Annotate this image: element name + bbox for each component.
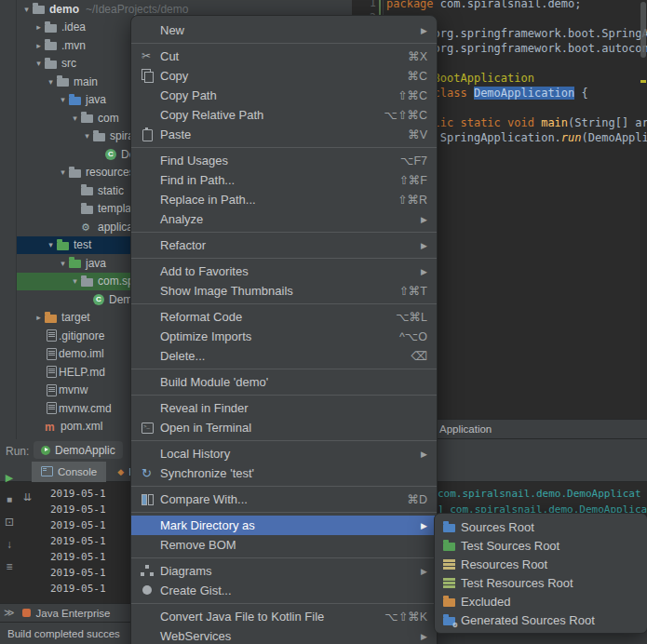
- tab-console[interactable]: Console: [32, 462, 106, 482]
- more-tool-windows-icon[interactable]: ≫: [4, 607, 15, 619]
- code-segment: package: [386, 0, 440, 10]
- chevron-icon[interactable]: ▸: [33, 313, 45, 322]
- sync-icon: [140, 463, 156, 483]
- menu-item-build-module-demo[interactable]: Build Module 'demo': [131, 372, 437, 392]
- menu-item-mark-directory-as[interactable]: Mark Directory as▶: [131, 516, 437, 535]
- spring-boot-run-icon: [41, 446, 50, 455]
- chevron-icon[interactable]: ▾: [57, 259, 69, 268]
- menu-item-shortcut: ⌥⇧⌘K: [362, 610, 427, 624]
- file-icon: [47, 348, 57, 360]
- menu-item-delete[interactable]: Delete...⌫: [131, 346, 437, 366]
- menu-item-label: Copy Relative Path: [160, 108, 263, 122]
- menu-separator: [131, 258, 437, 259]
- menu-item-diagrams[interactable]: Diagrams▶: [131, 561, 437, 581]
- screenshot-button[interactable]: ⊡: [2, 512, 17, 534]
- menu-item-show-image-thumbnails[interactable]: Show Image Thumbnails⇧⌘T: [131, 281, 437, 301]
- menu-item-paste[interactable]: Paste⌘V: [131, 125, 437, 144]
- console-line-timestamp: 2019-05-1: [50, 551, 106, 567]
- submenu-item-test-sources-root[interactable]: Test Sources Root: [435, 536, 647, 555]
- folder-excluded-icon: [45, 315, 57, 323]
- menu-item-label: Convert Java File to Kotlin File: [160, 610, 324, 624]
- tree-item-label: test: [74, 238, 91, 251]
- console-line-timestamp: 2019-05-1: [50, 535, 106, 551]
- tree-item-label: src: [61, 57, 76, 70]
- menu-item-copy[interactable]: Copy⌘C: [131, 66, 437, 86]
- folder-icon: [45, 42, 57, 50]
- tree-item-label: target: [61, 311, 90, 324]
- menu-item-new[interactable]: New▶: [131, 20, 437, 40]
- menu-item-compare-with[interactable]: Compare With...⌘D: [131, 490, 437, 509]
- submenu-item-test-resources-root[interactable]: Test Resources Root: [435, 573, 647, 592]
- menu-item-label: Refactor: [160, 238, 206, 252]
- menu-item-remove-bom[interactable]: Remove BOM: [131, 535, 437, 555]
- menu-separator: [131, 147, 437, 148]
- chevron-icon[interactable]: ▾: [45, 240, 57, 249]
- menu-item-webservices[interactable]: WebServices▶: [131, 626, 437, 644]
- chevron-icon[interactable]: ▾: [69, 114, 81, 123]
- run-config-title: Application: [439, 423, 492, 435]
- blank-icon: [140, 535, 156, 555]
- tree-item-label: resources: [86, 166, 135, 179]
- menu-item-copy-relative-path[interactable]: Copy Relative Path⌥⇧⌘C: [131, 105, 437, 125]
- menu-item-open-in-terminal[interactable]: Open in Terminal: [131, 418, 437, 437]
- stop-button[interactable]: ■: [2, 490, 17, 512]
- menu-item-synchronize-test[interactable]: Synchronize 'test': [131, 463, 437, 483]
- run-config-chip[interactable]: DemoApplic: [34, 441, 123, 459]
- editor-scrollbar[interactable]: [640, 0, 647, 419]
- chevron-icon[interactable]: ▾: [57, 168, 69, 177]
- menu-item-optimize-imports[interactable]: Optimize Imports^⌥O: [131, 327, 437, 346]
- chevron-icon[interactable]: ▾: [45, 77, 57, 87]
- file-icon: [47, 384, 57, 396]
- menu-item-reveal-in-finder[interactable]: Reveal in Finder: [131, 398, 437, 418]
- chevron-icon[interactable]: ▸: [33, 22, 45, 32]
- menu-item-analyze[interactable]: Analyze▶: [131, 209, 437, 229]
- menu-separator: [131, 395, 437, 396]
- menu-item-label: Remove BOM: [160, 538, 236, 552]
- submenu-item-label: Excluded: [461, 595, 510, 609]
- menu-item-reformat-code[interactable]: Reformat Code⌥⌘L: [131, 307, 437, 327]
- menu-item-find-usages[interactable]: Find Usages⌥F7: [131, 151, 437, 170]
- menu-item-replace-in-path[interactable]: Replace in Path...⇧⌘R: [131, 190, 437, 209]
- cut-icon: [140, 47, 156, 66]
- soft-wrap-button[interactable]: ≡: [2, 557, 17, 579]
- chevron-icon[interactable]: ▸: [33, 41, 45, 50]
- menu-item-label: Create Gist...: [160, 584, 232, 597]
- submenu-item-sources-root[interactable]: Sources Root: [435, 517, 647, 536]
- submenu-item-generated-sources-root[interactable]: Generated Sources Root: [435, 610, 647, 629]
- submenu-arrow-icon: ▶: [398, 215, 427, 224]
- chevron-icon[interactable]: ▾: [20, 5, 33, 14]
- menu-item-find-in-path[interactable]: Find in Path...⇧⌘F: [131, 170, 437, 190]
- code-segment: main: [541, 116, 568, 129]
- tree-item-label: mvnw.cmd: [59, 402, 112, 415]
- menu-item-create-gist[interactable]: Create Gist...: [131, 581, 437, 600]
- submenu-item-excluded[interactable]: Excluded: [435, 592, 647, 610]
- mark-directory-submenu: Sources RootTest Sources RootResources R…: [434, 513, 647, 634]
- menu-item-refactor[interactable]: Refactor▶: [131, 235, 437, 255]
- menu-item-add-to-favorites[interactable]: Add to Favorites▶: [131, 262, 437, 281]
- blank-icon: [140, 372, 156, 392]
- properties-icon: [81, 221, 93, 233]
- chevron-icon[interactable]: ▾: [57, 95, 69, 104]
- scroll-down-button[interactable]: ↓: [2, 534, 17, 557]
- blank-icon: [140, 607, 156, 626]
- menu-item-label: WebServices: [160, 629, 231, 643]
- menu-item-label: Copy Path: [160, 88, 217, 102]
- play-button[interactable]: ▶: [2, 467, 17, 490]
- submenu-item-label: Sources Root: [461, 520, 534, 534]
- submenu-item-resources-root[interactable]: Resources Root: [435, 555, 647, 573]
- code-segment: {: [574, 87, 587, 100]
- tab-label: Console: [58, 466, 97, 477]
- scrollbar-thumb[interactable]: [640, 2, 646, 58]
- inspection-mark[interactable]: [640, 80, 646, 83]
- chevron-icon[interactable]: ▾: [33, 59, 45, 68]
- menu-item-convert-java-file-to-kotlin-file[interactable]: Convert Java File to Kotlin File⌥⇧⌘K: [131, 607, 437, 626]
- code-segment: org.springframework.boot.SpringApplicati…: [434, 27, 647, 40]
- menu-item-cut[interactable]: Cut⌘X: [131, 47, 437, 66]
- menu-item-copy-path[interactable]: Copy Path⇧⌘C: [131, 86, 437, 105]
- java-enterprise-tool-button[interactable]: Java Enterprise: [36, 608, 111, 619]
- chevron-icon[interactable]: ▾: [69, 276, 81, 286]
- collapse-all-button[interactable]: ⇊: [23, 491, 32, 503]
- chevron-icon[interactable]: ▾: [81, 131, 93, 141]
- menu-item-label: Cut: [160, 49, 179, 63]
- menu-item-local-history[interactable]: Local History▶: [131, 444, 437, 463]
